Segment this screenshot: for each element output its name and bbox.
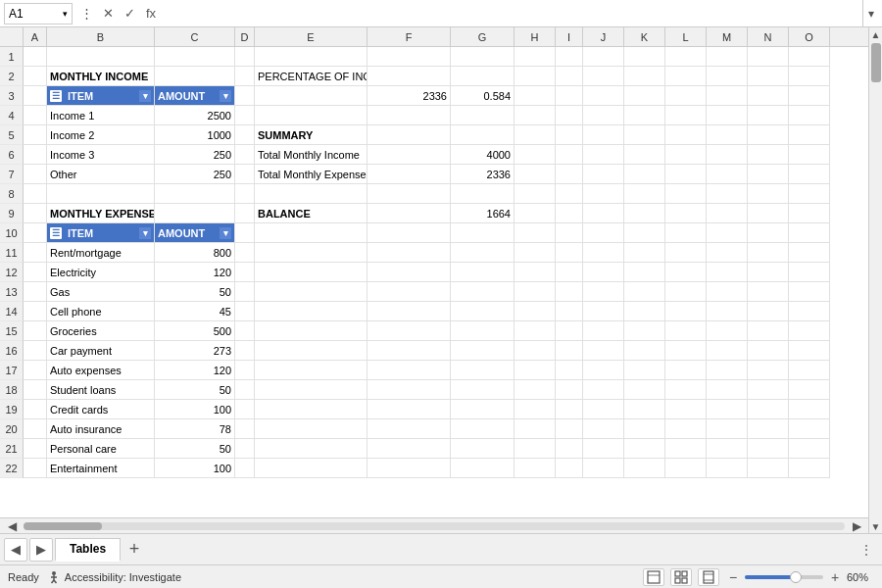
cell-N7[interactable]: [748, 165, 789, 184]
cell-O15[interactable]: [789, 321, 830, 341]
function-icon[interactable]: fx: [141, 4, 161, 24]
cell-ref-dropdown-icon[interactable]: ▾: [63, 9, 68, 19]
cell-K11[interactable]: [624, 243, 665, 263]
cell-C2[interactable]: [155, 67, 235, 86]
col-G[interactable]: G: [451, 27, 514, 46]
cell-O12[interactable]: [789, 263, 830, 282]
cell-H20[interactable]: [514, 419, 556, 439]
cell-O9[interactable]: [789, 204, 830, 223]
cell-B13[interactable]: Gas: [47, 282, 155, 302]
cell-G21[interactable]: [451, 439, 514, 459]
cell-G9[interactable]: 1664: [451, 204, 514, 223]
cell-A15[interactable]: [24, 321, 47, 341]
cell-F18[interactable]: [368, 380, 451, 400]
cell-D3[interactable]: [235, 86, 255, 106]
cell-D11[interactable]: [235, 243, 255, 263]
col-O[interactable]: O: [789, 27, 830, 46]
cell-A13[interactable]: [24, 282, 47, 302]
cell-J17[interactable]: [583, 361, 624, 380]
cell-K2[interactable]: [624, 67, 665, 86]
cell-J10[interactable]: [583, 223, 624, 243]
cell-L16[interactable]: [665, 341, 707, 361]
cell-A21[interactable]: [24, 439, 47, 459]
cell-E18[interactable]: [255, 380, 368, 400]
cell-K1[interactable]: [624, 47, 665, 67]
cell-A9[interactable]: [24, 204, 47, 223]
cell-C22[interactable]: 100: [155, 459, 235, 478]
cell-L14[interactable]: [665, 302, 707, 321]
cell-I2[interactable]: [556, 67, 583, 86]
cell-E4[interactable]: [255, 106, 368, 125]
cell-D12[interactable]: [235, 263, 255, 282]
cell-F16[interactable]: [368, 341, 451, 361]
cell-F7[interactable]: [368, 165, 451, 184]
cell-G11[interactable]: [451, 243, 514, 263]
cell-B21[interactable]: Personal care: [47, 439, 155, 459]
cell-C3-header[interactable]: AMOUNT ▾: [155, 86, 235, 106]
cell-F1[interactable]: [368, 47, 451, 67]
cell-A14[interactable]: [24, 302, 47, 321]
cell-N15[interactable]: [748, 321, 789, 341]
cell-I11[interactable]: [556, 243, 583, 263]
cell-K3[interactable]: [624, 86, 665, 106]
cell-M13[interactable]: [707, 282, 748, 302]
cell-D22[interactable]: [235, 459, 255, 478]
col-I[interactable]: I: [556, 27, 583, 46]
cell-M21[interactable]: [707, 439, 748, 459]
cell-I6[interactable]: [556, 145, 583, 165]
cell-I3[interactable]: [556, 86, 583, 106]
cell-J4[interactable]: [583, 106, 624, 125]
cell-H6[interactable]: [514, 145, 556, 165]
cell-N10[interactable]: [748, 223, 789, 243]
cell-C6[interactable]: 250: [155, 145, 235, 165]
cell-C4[interactable]: 2500: [155, 106, 235, 125]
cell-H7[interactable]: [514, 165, 556, 184]
cell-H1[interactable]: [514, 47, 556, 67]
formula-input[interactable]: [165, 3, 858, 24]
cell-E13[interactable]: [255, 282, 368, 302]
zoom-thumb[interactable]: [790, 571, 802, 583]
cell-M11[interactable]: [707, 243, 748, 263]
cell-C12[interactable]: 120: [155, 263, 235, 282]
cell-J1[interactable]: [583, 47, 624, 67]
cell-B20[interactable]: Auto insurance: [47, 419, 155, 439]
cell-A17[interactable]: [24, 361, 47, 380]
cell-N14[interactable]: [748, 302, 789, 321]
cell-O17[interactable]: [789, 361, 830, 380]
cell-M22[interactable]: [707, 459, 748, 478]
cell-L13[interactable]: [665, 282, 707, 302]
cell-M7[interactable]: [707, 165, 748, 184]
cell-K8[interactable]: [624, 184, 665, 204]
cell-B6[interactable]: Income 3: [47, 145, 155, 165]
cancel-icon[interactable]: ✕: [98, 4, 118, 24]
col-H[interactable]: H: [514, 27, 556, 46]
cell-C15[interactable]: 500: [155, 321, 235, 341]
cell-J20[interactable]: [583, 419, 624, 439]
cell-A18[interactable]: [24, 380, 47, 400]
cell-H2[interactable]: [514, 67, 556, 86]
cell-E2[interactable]: PERCENTAGE OF INCOME SPENT: [255, 67, 368, 86]
cell-M14[interactable]: [707, 302, 748, 321]
cell-F13[interactable]: [368, 282, 451, 302]
cell-G7[interactable]: 2336: [451, 165, 514, 184]
cell-L12[interactable]: [665, 263, 707, 282]
cell-B9[interactable]: MONTHLY EXPENSES: [47, 204, 155, 223]
scroll-up-arrow[interactable]: ▲: [869, 27, 883, 41]
cell-A4[interactable]: [24, 106, 47, 125]
cell-M1[interactable]: [707, 47, 748, 67]
cell-C19[interactable]: 100: [155, 400, 235, 419]
cell-J3[interactable]: [583, 86, 624, 106]
cell-A7[interactable]: [24, 165, 47, 184]
formula-expand-icon[interactable]: ▾: [862, 0, 878, 27]
amount-dropdown-icon-2[interactable]: ▾: [220, 227, 231, 239]
cell-G17[interactable]: [451, 361, 514, 380]
cell-B17[interactable]: Auto expenses: [47, 361, 155, 380]
cell-D14[interactable]: [235, 302, 255, 321]
cell-M15[interactable]: [707, 321, 748, 341]
cell-H3[interactable]: [514, 86, 556, 106]
cell-L9[interactable]: [665, 204, 707, 223]
cell-M9[interactable]: [707, 204, 748, 223]
cell-reference-box[interactable]: A1 ▾: [4, 3, 73, 24]
cell-K17[interactable]: [624, 361, 665, 380]
cell-E3[interactable]: [255, 86, 368, 106]
